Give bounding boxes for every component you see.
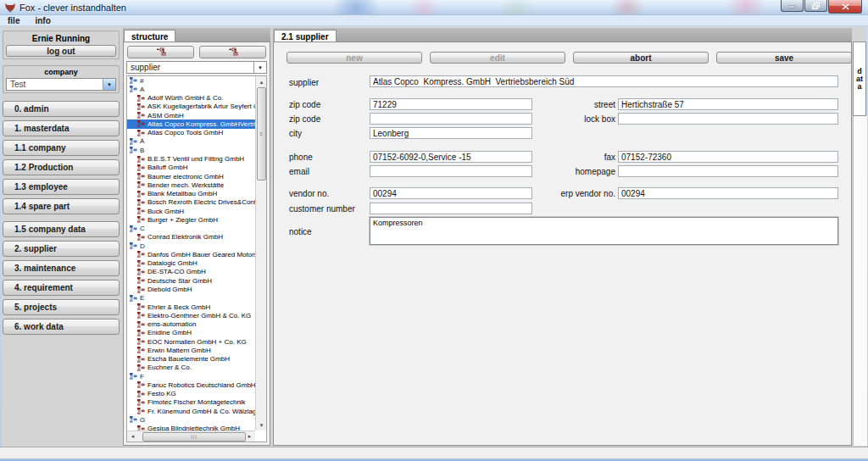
sidebar-nav-button[interactable]: 6. work data [3,319,120,335]
tree-vertical-scrollbar[interactable]: ▲ ≡ ▼ [255,76,266,430]
tree-item[interactable]: E [127,294,255,303]
tree-item[interactable]: Erwin Mattern GmbH [127,346,255,354]
zip-code-input[interactable] [370,98,532,110]
tree-item[interactable]: Bosch Rexroth Electric Drives&Controls [127,198,255,207]
tree-item[interactable]: Ä [127,137,255,146]
sidebar-nav-button[interactable]: 1.2 Production [3,159,120,175]
supplier-input[interactable] [370,75,838,87]
tree-item[interactable]: Conrad Elektronik GmbH [127,233,255,242]
minimize-button[interactable] [781,0,804,12]
tree-item[interactable]: B.E.S.T Ventil und Fitting GmbH [127,154,255,163]
app-window: Fox - clever instandhalten file info Ern… [0,0,868,461]
tree-item[interactable]: Adolf Würth GmbH & Co. [127,94,255,103]
tree-item[interactable]: # [127,76,255,85]
tree-item[interactable]: Balluff GmbH [127,164,255,172]
tree-item[interactable]: Gesipa Blindniettechnik GmbH [127,425,255,430]
chevron-down-icon[interactable]: ▼ [253,62,266,73]
tree-item[interactable]: Blank Metallbau GmbH [127,189,255,197]
sidebar-nav-button[interactable]: 1.4 spare part [3,198,120,214]
tree-item[interactable]: Atlas Copco Tools GmbH [127,129,255,137]
restore-button[interactable] [804,0,827,12]
menu-info[interactable]: info [27,16,58,25]
sidebar-nav: 0. admin1. masterdata1.1 company1.2 Prod… [3,101,120,335]
tree-filter-select[interactable]: supplier ▼ [126,61,267,74]
tree-item[interactable]: Fanuc Robotics Deutschland GmbH [127,380,255,389]
tree-item[interactable]: Bender mech. Werkstätte [127,181,255,189]
sidebar-nav-button[interactable]: 3. maintenance [3,260,120,276]
fax-input[interactable] [618,151,838,163]
scroll-up-icon[interactable]: ▲ [256,76,267,87]
tree-item[interactable]: Fimotec Fischer Montagetechnik [127,398,255,407]
street-input[interactable] [618,98,838,110]
lock-box-input[interactable] [618,113,838,125]
close-button[interactable] [828,0,862,14]
tree-item[interactable]: B [127,146,255,154]
tree-item[interactable]: Deutsche Star GmbH [127,276,255,285]
menu-file[interactable]: file [0,16,27,25]
tree-item[interactable]: ASM GmbH [127,111,255,119]
edit-button[interactable]: edit [430,52,565,64]
sidebar-nav-button[interactable]: 1.5 company data [3,221,120,237]
tree-item[interactable]: D [127,242,255,250]
horizontal-scroll-thumb[interactable]: ||| [142,432,246,442]
tree-item[interactable]: Buck GmbH [127,207,255,215]
expand-tree-button[interactable] [199,46,266,58]
company-select[interactable]: Test ▼ [6,78,116,91]
sidebar-nav-button[interactable]: 1.3 employee [3,179,120,195]
tree-item[interactable]: Euchner & Co. [127,364,255,372]
notice-textarea[interactable]: Kompressoren [370,217,838,245]
email-input[interactable] [370,165,532,177]
tree-item[interactable]: F [127,372,255,380]
tree-item[interactable]: Fr. Künemund GmbH & Co. Wälzlager [127,407,255,415]
vendor-no-input[interactable] [370,187,532,199]
tree-item[interactable]: G [127,415,255,424]
sidebar-nav-button[interactable]: 5. projects [3,299,120,315]
tree-item[interactable]: C [127,225,255,233]
scroll-down-icon[interactable]: ▼ [256,419,267,430]
tree-item[interactable]: DE-STA-CO GmbH [127,268,255,276]
logout-button[interactable]: log out [6,45,116,57]
vertical-scroll-thumb[interactable]: ≡ [257,87,266,181]
tree-item[interactable]: ems-automation [127,319,255,328]
scroll-right-icon[interactable]: ► [244,431,255,442]
tree-item[interactable]: Festo KG [127,390,255,398]
org-node-icon [137,391,145,397]
city-input[interactable] [370,127,532,139]
tree-item[interactable]: Burger + Ziegler GmbH [127,215,255,224]
org-node-icon [137,312,145,319]
tree-item[interactable]: Atlas Copco Kompress. GmbHVertriebsbere [127,119,255,128]
abort-button[interactable]: abort [573,52,709,64]
new-button[interactable]: new [287,52,422,64]
company-panel: company Test ▼ [3,65,120,93]
tree-horizontal-scrollbar[interactable]: ◄ ||| ► [127,430,255,442]
tree-item[interactable]: Elektro-Genthner GmbH & Co. KG [127,311,255,319]
erp-vendor-no-input[interactable] [618,187,838,199]
save-button[interactable]: save [716,52,852,64]
scroll-left-icon[interactable]: ◄ [127,431,138,442]
chevron-down-icon[interactable]: ▼ [103,79,115,90]
phone-input[interactable] [370,151,532,163]
tree-item[interactable]: Danfos GmbH Bauer Geared Motors [127,250,255,258]
tree-item[interactable]: Ehrler & Beck GmbH [127,303,255,311]
zip-code2-input[interactable] [370,113,532,125]
sidebar-nav-button[interactable]: 2. supplier [3,241,120,257]
sidebar-nav-button[interactable]: 0. admin [3,101,120,117]
tree-item[interactable]: Baumer electronic GmbH [127,172,255,181]
tree-item[interactable]: Datalogic GmbH [127,259,255,268]
tree-item[interactable]: Diebold GmbH [127,285,255,293]
sidebar-nav-button[interactable]: 4. requirement [3,280,120,296]
tree-item[interactable]: ASK Kugellagerfabrik Artur Seyfert GmbH [127,103,255,111]
org-node-icon [137,330,145,336]
tree-item-label: DE-STA-CO GmbH [147,268,206,275]
tree-item[interactable]: EOC Normalien GmbH + Co. KG [127,337,255,346]
tree-item-label: Bender mech. Werkstätte [147,181,224,189]
tree-item[interactable]: A [127,85,255,93]
customer-number-input[interactable] [370,203,532,214]
sidebar-nav-button[interactable]: 1. masterdata [3,120,120,136]
side-tab-data[interactable]: data [853,42,866,116]
tree-item[interactable]: Enidine GmbH [127,329,255,337]
tree-item[interactable]: Escha Bauelemente GmbH [127,355,255,364]
sidebar-nav-button[interactable]: 1.1 company [3,140,120,156]
collapse-tree-button[interactable] [127,46,194,58]
homepage-input[interactable] [618,165,838,177]
